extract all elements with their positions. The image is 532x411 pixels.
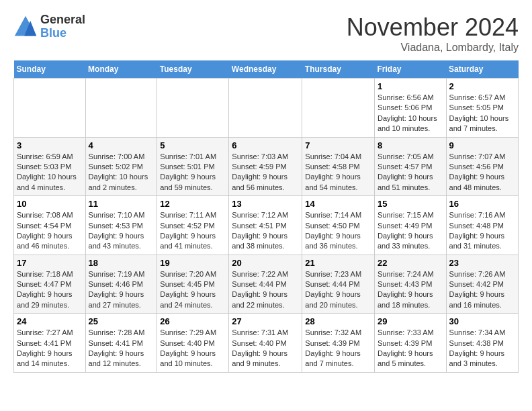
calendar-cell: 30Sunrise: 7:34 AMSunset: 4:38 PMDayligh… xyxy=(446,314,518,373)
day-number: 10 xyxy=(17,199,83,209)
day-number: 6 xyxy=(232,140,299,150)
day-number: 29 xyxy=(378,316,443,326)
logo: General Blue xyxy=(13,13,85,40)
calendar-cell: 14Sunrise: 7:14 AMSunset: 4:50 PMDayligh… xyxy=(302,196,375,255)
weekday-header: Thursday xyxy=(302,60,375,79)
weekday-header: Wednesday xyxy=(229,60,302,79)
calendar-cell: 9Sunrise: 7:07 AMSunset: 4:56 PMDaylight… xyxy=(446,137,518,196)
calendar-week-row: 1Sunrise: 6:56 AMSunset: 5:06 PMDaylight… xyxy=(14,79,519,138)
day-info: Sunrise: 7:00 AMSunset: 5:02 PMDaylight:… xyxy=(89,152,154,193)
day-info: Sunrise: 7:34 AMSunset: 4:38 PMDaylight:… xyxy=(449,328,515,369)
calendar-cell: 23Sunrise: 7:26 AMSunset: 4:42 PMDayligh… xyxy=(446,255,518,314)
calendar-cell: 4Sunrise: 7:00 AMSunset: 5:02 PMDaylight… xyxy=(85,137,157,196)
weekday-header: Saturday xyxy=(446,60,518,79)
day-info: Sunrise: 6:57 AMSunset: 5:05 PMDaylight:… xyxy=(449,93,515,134)
day-number: 15 xyxy=(378,199,443,209)
calendar-week-row: 10Sunrise: 7:08 AMSunset: 4:54 PMDayligh… xyxy=(14,196,519,255)
day-info: Sunrise: 7:32 AMSunset: 4:39 PMDaylight:… xyxy=(305,328,371,369)
day-number: 5 xyxy=(160,140,226,150)
day-info: Sunrise: 7:26 AMSunset: 4:42 PMDaylight:… xyxy=(449,269,515,311)
day-info: Sunrise: 7:31 AMSunset: 4:40 PMDaylight:… xyxy=(232,328,299,369)
calendar-cell: 11Sunrise: 7:10 AMSunset: 4:53 PMDayligh… xyxy=(85,196,157,255)
day-number: 20 xyxy=(232,258,299,268)
day-info: Sunrise: 7:12 AMSunset: 4:51 PMDaylight:… xyxy=(232,210,299,252)
calendar-cell: 3Sunrise: 6:59 AMSunset: 5:03 PMDaylight… xyxy=(14,137,86,196)
calendar-cell: 21Sunrise: 7:23 AMSunset: 4:44 PMDayligh… xyxy=(302,255,375,314)
calendar-cell xyxy=(157,79,229,138)
calendar-cell: 15Sunrise: 7:15 AMSunset: 4:49 PMDayligh… xyxy=(374,196,446,255)
calendar-cell: 28Sunrise: 7:32 AMSunset: 4:39 PMDayligh… xyxy=(302,314,375,373)
day-info: Sunrise: 7:14 AMSunset: 4:50 PMDaylight:… xyxy=(305,210,371,252)
day-number: 26 xyxy=(160,316,226,326)
calendar-cell: 2Sunrise: 6:57 AMSunset: 5:05 PMDaylight… xyxy=(446,79,518,138)
calendar-cell: 6Sunrise: 7:03 AMSunset: 4:59 PMDaylight… xyxy=(229,137,302,196)
calendar-cell xyxy=(229,79,302,138)
calendar-cell: 16Sunrise: 7:16 AMSunset: 4:48 PMDayligh… xyxy=(446,196,518,255)
day-info: Sunrise: 6:59 AMSunset: 5:03 PMDaylight:… xyxy=(17,152,83,193)
day-info: Sunrise: 7:03 AMSunset: 4:59 PMDaylight:… xyxy=(232,152,299,193)
logo-blue: Blue xyxy=(40,27,85,40)
day-number: 24 xyxy=(17,316,83,326)
calendar-cell: 20Sunrise: 7:22 AMSunset: 4:44 PMDayligh… xyxy=(229,255,302,314)
day-number: 22 xyxy=(378,258,443,268)
day-info: Sunrise: 7:24 AMSunset: 4:43 PMDaylight:… xyxy=(378,269,443,311)
calendar-cell: 1Sunrise: 6:56 AMSunset: 5:06 PMDaylight… xyxy=(374,79,446,138)
day-info: Sunrise: 7:07 AMSunset: 4:56 PMDaylight:… xyxy=(449,152,515,193)
weekday-header: Sunday xyxy=(14,60,86,79)
calendar-cell: 19Sunrise: 7:20 AMSunset: 4:45 PMDayligh… xyxy=(157,255,229,314)
day-number: 16 xyxy=(449,199,515,209)
weekday-header: Friday xyxy=(374,60,446,79)
day-info: Sunrise: 7:10 AMSunset: 4:53 PMDaylight:… xyxy=(89,210,154,252)
calendar-cell xyxy=(14,79,86,138)
calendar-table: SundayMondayTuesdayWednesdayThursdayFrid… xyxy=(13,60,519,373)
logo-icon xyxy=(13,15,38,39)
day-number: 14 xyxy=(305,199,371,209)
day-info: Sunrise: 7:22 AMSunset: 4:44 PMDaylight:… xyxy=(232,269,299,311)
calendar-cell: 26Sunrise: 7:29 AMSunset: 4:40 PMDayligh… xyxy=(157,314,229,373)
calendar-cell: 12Sunrise: 7:11 AMSunset: 4:52 PMDayligh… xyxy=(157,196,229,255)
day-number: 3 xyxy=(17,140,83,150)
day-info: Sunrise: 7:23 AMSunset: 4:44 PMDaylight:… xyxy=(305,269,371,311)
day-info: Sunrise: 7:28 AMSunset: 4:41 PMDaylight:… xyxy=(89,328,154,369)
calendar-cell: 10Sunrise: 7:08 AMSunset: 4:54 PMDayligh… xyxy=(14,196,86,255)
location: Viadana, Lombardy, Italy xyxy=(347,42,519,54)
calendar-cell: 29Sunrise: 7:33 AMSunset: 4:39 PMDayligh… xyxy=(374,314,446,373)
day-number: 7 xyxy=(305,140,371,150)
day-info: Sunrise: 6:56 AMSunset: 5:06 PMDaylight:… xyxy=(378,93,443,134)
day-info: Sunrise: 7:08 AMSunset: 4:54 PMDaylight:… xyxy=(17,210,83,252)
calendar-cell: 22Sunrise: 7:24 AMSunset: 4:43 PMDayligh… xyxy=(374,255,446,314)
day-number: 17 xyxy=(17,258,83,268)
calendar-cell: 25Sunrise: 7:28 AMSunset: 4:41 PMDayligh… xyxy=(85,314,157,373)
calendar-cell: 17Sunrise: 7:18 AMSunset: 4:47 PMDayligh… xyxy=(14,255,86,314)
calendar-cell xyxy=(302,79,375,138)
day-number: 28 xyxy=(305,316,371,326)
day-info: Sunrise: 7:29 AMSunset: 4:40 PMDaylight:… xyxy=(160,328,226,369)
day-number: 8 xyxy=(378,140,443,150)
calendar-cell: 8Sunrise: 7:05 AMSunset: 4:57 PMDaylight… xyxy=(374,137,446,196)
calendar-cell: 24Sunrise: 7:27 AMSunset: 4:41 PMDayligh… xyxy=(14,314,86,373)
day-number: 1 xyxy=(378,81,443,91)
day-number: 9 xyxy=(449,140,515,150)
day-number: 25 xyxy=(89,316,154,326)
day-number: 4 xyxy=(89,140,154,150)
calendar-cell: 18Sunrise: 7:19 AMSunset: 4:46 PMDayligh… xyxy=(85,255,157,314)
calendar-cell: 7Sunrise: 7:04 AMSunset: 4:58 PMDaylight… xyxy=(302,137,375,196)
day-number: 23 xyxy=(449,258,515,268)
day-info: Sunrise: 7:11 AMSunset: 4:52 PMDaylight:… xyxy=(160,210,226,252)
calendar-week-row: 24Sunrise: 7:27 AMSunset: 4:41 PMDayligh… xyxy=(14,314,519,373)
day-info: Sunrise: 7:20 AMSunset: 4:45 PMDaylight:… xyxy=(160,269,226,311)
calendar-week-row: 3Sunrise: 6:59 AMSunset: 5:03 PMDaylight… xyxy=(14,137,519,196)
day-info: Sunrise: 7:33 AMSunset: 4:39 PMDaylight:… xyxy=(378,328,443,369)
day-number: 30 xyxy=(449,316,515,326)
day-info: Sunrise: 7:18 AMSunset: 4:47 PMDaylight:… xyxy=(17,269,83,311)
calendar-cell: 5Sunrise: 7:01 AMSunset: 5:01 PMDaylight… xyxy=(157,137,229,196)
day-number: 12 xyxy=(160,199,226,209)
logo-text: General Blue xyxy=(40,13,85,40)
title-area: November 2024 Viadana, Lombardy, Italy xyxy=(347,13,519,54)
calendar-cell: 27Sunrise: 7:31 AMSunset: 4:40 PMDayligh… xyxy=(229,314,302,373)
weekday-header-row: SundayMondayTuesdayWednesdayThursdayFrid… xyxy=(14,60,519,79)
day-info: Sunrise: 7:01 AMSunset: 5:01 PMDaylight:… xyxy=(160,152,226,193)
day-number: 2 xyxy=(449,81,515,91)
day-number: 19 xyxy=(160,258,226,268)
weekday-header: Monday xyxy=(85,60,157,79)
